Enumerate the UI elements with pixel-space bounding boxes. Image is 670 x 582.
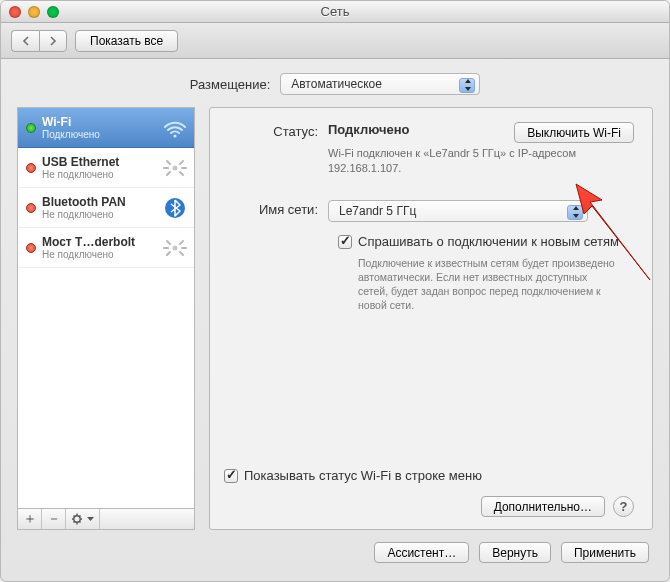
- network-name-label: Имя сети:: [224, 200, 328, 222]
- svg-point-1: [173, 165, 178, 170]
- ethernet-icon: [162, 235, 188, 261]
- location-row: Размещение: Автоматическое: [1, 59, 669, 107]
- wifi-icon: [162, 115, 188, 141]
- svg-point-0: [173, 134, 176, 137]
- prefs-window: Сеть Показать все Размещение: Автоматиче…: [0, 0, 670, 582]
- add-interface-button[interactable]: ＋: [18, 509, 42, 529]
- sidebar-footer: ＋ －: [17, 508, 195, 530]
- content: Wi-Fi Подключено USB Ethernet Не подключ…: [1, 107, 669, 530]
- sidebar-item-thunderbolt-bridge[interactable]: Мост T…derbolt Не подключено: [18, 228, 194, 268]
- svg-line-10: [80, 522, 81, 523]
- network-name-popup[interactable]: Le7andr 5 ГГц: [328, 200, 588, 222]
- sidebar-item-sublabel: Не подключено: [42, 249, 156, 260]
- network-row: Имя сети: Le7andr 5 ГГц: [224, 200, 634, 222]
- location-popup[interactable]: Автоматическое: [280, 73, 480, 95]
- sidebar-item-label: Мост T…derbolt: [42, 235, 156, 249]
- titlebar: Сеть: [1, 1, 669, 23]
- chevron-right-icon: [48, 36, 58, 46]
- help-button[interactable]: ?: [613, 496, 634, 517]
- location-label: Размещение:: [190, 77, 271, 92]
- chevron-down-icon: [87, 517, 94, 522]
- revert-button[interactable]: Вернуть: [479, 542, 551, 563]
- ask-networks-label: Спрашивать о подключении к новым сетям: [358, 234, 619, 250]
- sidebar: Wi-Fi Подключено USB Ethernet Не подключ…: [17, 107, 195, 530]
- ask-networks-checkbox[interactable]: [338, 235, 352, 249]
- toolbar: Показать все: [1, 23, 669, 59]
- source-list: Wi-Fi Подключено USB Ethernet Не подключ…: [17, 107, 195, 508]
- status-row: Статус: Подключено Выключить Wi-Fi Wi-Fi…: [224, 122, 634, 176]
- show-menubar-row: Показывать статус Wi-Fi в строке меню: [224, 468, 634, 484]
- sidebar-item-usb-ethernet[interactable]: USB Ethernet Не подключено: [18, 148, 194, 188]
- sidebar-item-label: Bluetooth PAN: [42, 195, 156, 209]
- main-bottom-row: Дополнительно… ?: [224, 496, 634, 517]
- status-description: Wi-Fi подключен к «Le7andr 5 ГГц» с IP-а…: [328, 146, 634, 176]
- status-label: Статус:: [224, 122, 328, 176]
- show-menubar-checkbox[interactable]: [224, 469, 238, 483]
- sidebar-item-sublabel: Не подключено: [42, 209, 156, 220]
- status-dot-icon: [26, 163, 36, 173]
- ask-networks-row: Спрашивать о подключении к новым сетям: [338, 234, 634, 250]
- location-value: Автоматическое: [291, 77, 382, 91]
- actions-menu-button[interactable]: [66, 509, 100, 529]
- sidebar-item-sublabel: Подключено: [42, 129, 156, 140]
- status-dot-icon: [26, 123, 36, 133]
- status-dot-icon: [26, 203, 36, 213]
- svg-line-9: [74, 516, 75, 517]
- svg-point-4: [74, 516, 80, 522]
- remove-interface-button[interactable]: －: [42, 509, 66, 529]
- wifi-toggle-button[interactable]: Выключить Wi-Fi: [514, 122, 634, 143]
- assistant-button[interactable]: Ассистент…: [374, 542, 469, 563]
- forward-button[interactable]: [39, 30, 67, 52]
- svg-point-3: [173, 245, 178, 250]
- ask-networks-description: Подключение к известным сетям будет прои…: [358, 256, 618, 313]
- nav-segmented: [11, 30, 67, 52]
- sidebar-item-wifi[interactable]: Wi-Fi Подключено: [18, 108, 194, 148]
- bluetooth-icon: [162, 195, 188, 221]
- network-name-value: Le7andr 5 ГГц: [339, 204, 416, 218]
- sidebar-item-bluetooth-pan[interactable]: Bluetooth PAN Не подключено: [18, 188, 194, 228]
- svg-line-12: [74, 522, 75, 523]
- chevron-left-icon: [21, 36, 31, 46]
- window-footer: Ассистент… Вернуть Применить: [1, 530, 669, 581]
- sidebar-item-label: Wi-Fi: [42, 115, 156, 129]
- show-all-button[interactable]: Показать все: [75, 30, 178, 52]
- ethernet-icon: [162, 155, 188, 181]
- gear-icon: [71, 512, 85, 526]
- main-pane: Статус: Подключено Выключить Wi-Fi Wi-Fi…: [209, 107, 653, 530]
- apply-button[interactable]: Применить: [561, 542, 649, 563]
- sidebar-item-label: USB Ethernet: [42, 155, 156, 169]
- sidebar-item-sublabel: Не подключено: [42, 169, 156, 180]
- window-title: Сеть: [1, 4, 669, 19]
- show-menubar-label: Показывать статус Wi-Fi в строке меню: [244, 468, 482, 484]
- advanced-button[interactable]: Дополнительно…: [481, 496, 605, 517]
- back-button[interactable]: [11, 30, 39, 52]
- status-dot-icon: [26, 243, 36, 253]
- svg-line-11: [80, 516, 81, 517]
- status-value: Подключено: [328, 122, 409, 137]
